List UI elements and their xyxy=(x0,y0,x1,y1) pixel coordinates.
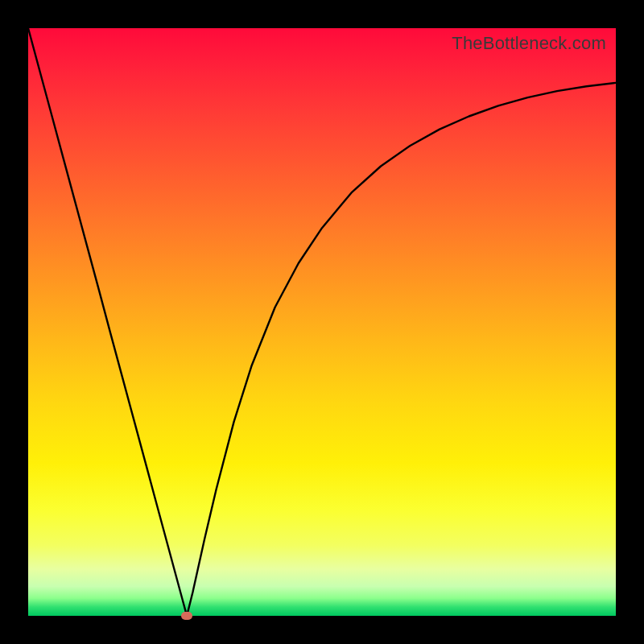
bottleneck-curve xyxy=(28,28,616,616)
chart-frame: TheBottleneck.com xyxy=(0,0,644,644)
plot-area: TheBottleneck.com xyxy=(28,28,616,616)
watermark-text: TheBottleneck.com xyxy=(452,33,606,54)
minimum-marker xyxy=(181,612,192,620)
